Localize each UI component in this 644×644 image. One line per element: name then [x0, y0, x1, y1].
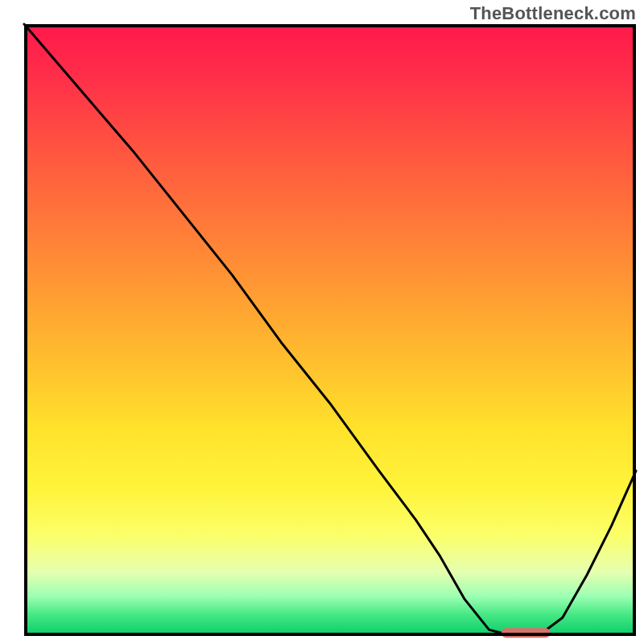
- curve-layer: [24, 24, 636, 636]
- watermark-label: TheBottleneck.com: [470, 3, 636, 24]
- optimal-range-marker: [502, 628, 551, 638]
- plot-area: [24, 24, 636, 636]
- chart-frame: TheBottleneck.com: [0, 0, 644, 644]
- bottleneck-curve: [24, 24, 636, 636]
